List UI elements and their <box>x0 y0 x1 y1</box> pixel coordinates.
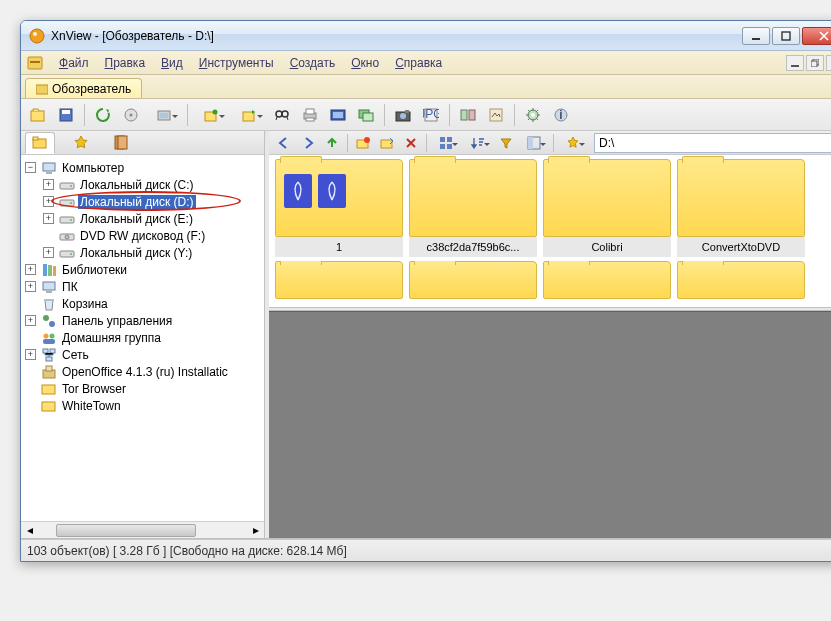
nav-layout-button[interactable] <box>519 133 549 153</box>
folder-grid[interactable]: 1 c38cf2da7f59b6c... Colibri ConvertXtoD… <box>269 155 831 307</box>
tool-copy[interactable] <box>231 102 267 128</box>
scroll-right-arrow[interactable]: ▸ <box>247 522 264 539</box>
nav-view-mode-button[interactable] <box>431 133 461 153</box>
folder-item[interactable]: c38cf2da7f59b6c... <box>409 159 537 257</box>
drive-icon <box>59 211 75 227</box>
folder-item[interactable] <box>543 261 671 299</box>
expand-icon[interactable]: + <box>43 196 54 207</box>
tree-node-drive-y[interactable]: + Локальный диск (Y:) <box>21 244 264 261</box>
tool-cut[interactable] <box>193 102 229 128</box>
maximize-button[interactable] <box>772 27 800 45</box>
svg-rect-73 <box>42 385 55 394</box>
expand-icon[interactable]: + <box>25 349 36 360</box>
tool-refresh[interactable] <box>90 102 116 128</box>
svg-point-30 <box>400 113 406 119</box>
tool-acquire[interactable] <box>146 102 182 128</box>
expand-icon[interactable]: + <box>43 179 54 190</box>
mdi-close-button[interactable] <box>826 55 831 71</box>
svg-point-50 <box>70 202 72 204</box>
folder-item[interactable]: Colibri <box>543 159 671 257</box>
menu-edit[interactable]: Правка <box>97 54 154 72</box>
tree-node-computer[interactable]: − Компьютер <box>21 159 264 176</box>
expand-icon[interactable]: + <box>25 281 36 292</box>
close-button[interactable] <box>802 27 831 45</box>
svg-rect-26 <box>333 112 343 118</box>
scroll-left-arrow[interactable]: ◂ <box>21 522 38 539</box>
folder-item[interactable] <box>409 261 537 299</box>
status-text: 103 объект(ов) [ 3.28 Гб ] [Свободно на … <box>27 544 347 558</box>
nav-rename-button[interactable] <box>376 133 398 153</box>
tool-save[interactable] <box>53 102 79 128</box>
tree-node-whitetown[interactable]: WhiteTown <box>21 397 264 414</box>
tree-node-tor[interactable]: Tor Browser <box>21 380 264 397</box>
nav-forward-button[interactable] <box>297 133 319 153</box>
folder-tree[interactable]: − Компьютер + Локальный диск (C:) + Лока… <box>21 155 264 521</box>
tree-node-homegroup[interactable]: Домашняя группа <box>21 329 264 346</box>
tree-node-network[interactable]: +Сеть <box>21 346 264 363</box>
tree-node-trash[interactable]: Корзина <box>21 295 264 312</box>
left-tab-favorites[interactable] <box>67 133 95 153</box>
tool-slideshow[interactable] <box>325 102 351 128</box>
nav-favorites-button[interactable] <box>558 133 588 153</box>
folder-icon <box>275 261 403 299</box>
tool-search[interactable] <box>269 102 295 128</box>
expand-icon[interactable]: + <box>25 315 36 326</box>
nav-new-folder-button[interactable] <box>352 133 374 153</box>
nav-filter-button[interactable] <box>495 133 517 153</box>
menu-window[interactable]: Окно <box>343 54 387 72</box>
expand-icon[interactable]: + <box>43 213 54 224</box>
main-toolbar: JPG i <box>21 99 831 131</box>
menu-view[interactable]: Вид <box>153 54 191 72</box>
tree-node-libraries[interactable]: +Библиотеки <box>21 261 264 278</box>
left-tab-categories[interactable] <box>107 133 135 153</box>
tree-node-openoffice[interactable]: OpenOffice 4.1.3 (ru) Installatic <box>21 363 264 380</box>
mdi-restore-button[interactable] <box>806 55 824 71</box>
tree-node-control-panel[interactable]: +Панель управления <box>21 312 264 329</box>
svg-rect-6 <box>791 65 799 67</box>
left-pane-tabs <box>21 131 264 155</box>
mdi-minimize-button[interactable] <box>786 55 804 71</box>
menu-create[interactable]: Создать <box>282 54 344 72</box>
menu-tools[interactable]: Инструменты <box>191 54 282 72</box>
tree-node-drive-e[interactable]: + Локальный диск (E:) <box>21 210 264 227</box>
tool-print[interactable] <box>297 102 323 128</box>
folder-icon <box>543 261 671 299</box>
tree-node-drive-f[interactable]: DVD RW дисковод (F:) <box>21 227 264 244</box>
menu-file[interactable]: Файл <box>51 54 97 72</box>
tool-open[interactable] <box>25 102 51 128</box>
svg-point-1 <box>33 32 37 36</box>
tool-batch[interactable] <box>353 102 379 128</box>
nav-back-button[interactable] <box>273 133 295 153</box>
folder-item[interactable] <box>677 261 805 299</box>
tab-browser[interactable]: Обозреватель <box>25 78 142 98</box>
tool-capture[interactable] <box>390 102 416 128</box>
folder-item[interactable]: ConvertXtoDVD <box>677 159 805 257</box>
path-input[interactable] <box>594 133 831 153</box>
minimize-button[interactable] <box>742 27 770 45</box>
nav-up-button[interactable] <box>321 133 343 153</box>
tool-settings[interactable] <box>520 102 546 128</box>
left-tab-folders[interactable] <box>25 132 55 154</box>
tree-node-pc[interactable]: +ПК <box>21 278 264 295</box>
svg-point-66 <box>50 333 55 338</box>
expand-icon[interactable]: + <box>25 264 36 275</box>
tree-node-drive-c[interactable]: + Локальный диск (C:) <box>21 176 264 193</box>
scroll-thumb[interactable] <box>56 524 196 537</box>
folder-item[interactable]: 1 <box>275 159 403 257</box>
tool-edit-image[interactable] <box>483 102 509 128</box>
tool-compare[interactable] <box>455 102 481 128</box>
menu-help[interactable]: Справка <box>387 54 450 72</box>
nav-sort-button[interactable] <box>463 133 493 153</box>
nav-delete-button[interactable] <box>400 133 422 153</box>
tool-convert[interactable]: JPG <box>418 102 444 128</box>
node-label: Локальный диск (C:) <box>78 178 196 192</box>
tool-eject[interactable] <box>118 102 144 128</box>
expand-icon[interactable]: − <box>25 162 36 173</box>
expand-icon[interactable]: + <box>43 247 54 258</box>
folder-item[interactable] <box>275 261 403 299</box>
tree-node-drive-d[interactable]: + Локальный диск (D:) <box>21 193 264 210</box>
tool-info[interactable]: i <box>548 102 574 128</box>
tree-horizontal-scrollbar[interactable]: ◂ ▸ <box>21 521 264 538</box>
svg-point-52 <box>70 219 72 221</box>
folder-icon <box>543 159 671 237</box>
